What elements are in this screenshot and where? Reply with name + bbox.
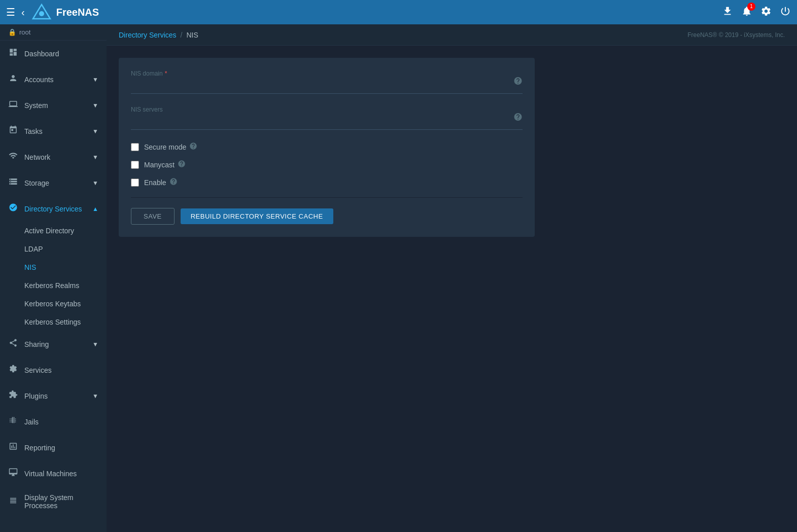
sidebar-item-system[interactable]: System ▼ (0, 92, 107, 118)
sidebar-item-label: Sharing (24, 340, 49, 348)
sidebar-item-label: Tasks (24, 127, 43, 135)
sidebar-item-label: Jails (24, 418, 39, 426)
logo-text: FreeNAS (56, 7, 99, 18)
chevron-down-icon: ▼ (92, 102, 98, 109)
active-directory-label: Active Directory (24, 227, 74, 235)
nis-label: NIS (24, 263, 36, 271)
sidebar-item-tasks[interactable]: Tasks ▼ (0, 118, 107, 144)
nis-domain-help-icon[interactable] (513, 77, 523, 87)
nis-servers-help-icon[interactable] (513, 113, 523, 123)
username: root (19, 28, 30, 36)
sidebar-subitem-active-directory[interactable]: Active Directory (0, 222, 107, 240)
nis-domain-input[interactable] (131, 78, 508, 91)
svg-point-2 (39, 11, 44, 16)
virtual-machines-icon (8, 468, 18, 479)
secure-mode-label: Secure mode (144, 142, 197, 152)
sidebar-item-label: Storage (24, 179, 49, 187)
nis-servers-label: NIS servers (131, 106, 163, 113)
kerberos-realms-label: Kerberos Realms (24, 281, 79, 290)
sidebar-item-storage[interactable]: Storage ▼ (0, 170, 107, 196)
save-button[interactable]: SAVE (131, 208, 175, 225)
sidebar-subitem-kerberos-realms[interactable]: Kerberos Realms (0, 276, 107, 295)
enable-label: Enable (144, 178, 178, 187)
lock-icon: 🔒 (8, 28, 16, 36)
nis-domain-label: NIS domain (131, 70, 163, 77)
content-area: Directory Services / NIS FreeNAS® © 2019… (107, 24, 797, 532)
manycast-help-icon[interactable] (178, 160, 186, 169)
power-icon[interactable] (780, 6, 791, 19)
secure-mode-checkbox[interactable] (131, 143, 139, 151)
download-icon[interactable] (722, 6, 733, 19)
sidebar-subitem-nis[interactable]: NIS (0, 258, 107, 276)
sidebar-item-label: Accounts (24, 76, 54, 84)
logo: FreeNAS (31, 4, 99, 21)
nis-form-card: NIS domain * NIS servers (119, 58, 535, 237)
system-icon (8, 99, 18, 111)
nis-servers-field: NIS servers (131, 106, 523, 130)
tasks-icon (8, 125, 18, 137)
chevron-down-icon: ▼ (92, 128, 98, 135)
sidebar-item-sharing[interactable]: Sharing ▼ (0, 331, 107, 357)
sidebar-item-accounts[interactable]: Accounts ▼ (0, 66, 107, 92)
sidebar-item-virtual-machines[interactable]: Virtual Machines (0, 460, 107, 486)
secure-mode-help-icon[interactable] (189, 142, 197, 152)
chevron-down-icon: ▼ (92, 180, 98, 187)
copyright-text: FreeNAS® © 2019 - iXsystems, Inc. (687, 31, 785, 39)
button-row: SAVE REBUILD DIRECTORY SERVICE CACHE (131, 208, 523, 225)
sidebar-item-label: System (24, 101, 48, 110)
manycast-row: Manycast (131, 160, 523, 169)
menu-icon[interactable]: ☰ (6, 6, 15, 18)
network-icon (8, 151, 18, 163)
sidebar-item-jails[interactable]: Jails (0, 409, 107, 435)
chevron-down-icon: ▼ (92, 393, 98, 400)
sidebar-subitem-ldap[interactable]: LDAP (0, 240, 107, 258)
sidebar-item-plugins[interactable]: Plugins ▼ (0, 383, 107, 409)
form-divider (131, 197, 523, 198)
chevron-down-icon: ▼ (92, 341, 98, 348)
sidebar-user: 🔒 root (0, 24, 107, 41)
directory-services-icon (8, 203, 18, 215)
notification-badge: 1 (747, 3, 755, 11)
enable-help-icon[interactable] (169, 178, 178, 187)
accounts-icon (8, 74, 18, 85)
sidebar-item-label: Dashboard (24, 50, 59, 58)
sidebar-item-reporting[interactable]: Reporting (0, 435, 107, 460)
sidebar-item-directory-services[interactable]: Directory Services ▲ (0, 196, 107, 222)
sidebar-item-network[interactable]: Network ▼ (0, 144, 107, 170)
jails-icon (8, 416, 18, 428)
breadcrumb-current: NIS (186, 31, 198, 39)
reporting-icon (8, 442, 18, 453)
storage-icon (8, 177, 18, 189)
back-icon[interactable]: ‹ (21, 7, 25, 18)
display-system-processes-icon (8, 496, 18, 508)
enable-row: Enable (131, 178, 523, 187)
chevron-down-icon: ▼ (92, 154, 98, 161)
sidebar-item-label: Virtual Machines (24, 470, 77, 478)
sidebar-item-services[interactable]: Services (0, 357, 107, 383)
sidebar: 🔒 root Dashboard Accounts ▼ System ▼ (0, 24, 107, 532)
notifications-icon[interactable]: 1 (741, 6, 752, 19)
sidebar-item-dashboard[interactable]: Dashboard (0, 41, 107, 66)
nis-servers-input[interactable] (131, 114, 508, 127)
sidebar-item-display-system-processes[interactable]: Display System Processes (0, 486, 107, 517)
sidebar-subitem-kerberos-settings[interactable]: Kerberos Settings (0, 313, 107, 331)
nis-domain-field: NIS domain * (131, 70, 523, 94)
freenas-logo-icon (31, 4, 52, 21)
topbar: ☰ ‹ FreeNAS 1 (0, 0, 797, 24)
sidebar-item-label: Reporting (24, 444, 55, 452)
manycast-checkbox[interactable] (131, 161, 139, 169)
sidebar-item-label: Services (24, 366, 52, 374)
breadcrumb-separator: / (181, 31, 183, 39)
dashboard-icon (8, 48, 18, 59)
rebuild-cache-button[interactable]: REBUILD DIRECTORY SERVICE CACHE (181, 208, 333, 224)
chevron-down-icon: ▼ (92, 76, 98, 83)
enable-checkbox[interactable] (131, 179, 139, 187)
required-star: * (165, 70, 167, 77)
sharing-icon (8, 338, 18, 350)
form-container: NIS domain * NIS servers (107, 46, 797, 532)
sidebar-subitem-kerberos-keytabs[interactable]: Kerberos Keytabs (0, 295, 107, 313)
sidebar-item-label: Directory Services (24, 205, 82, 213)
settings-icon[interactable] (760, 6, 772, 19)
chevron-up-icon: ▲ (92, 205, 98, 212)
breadcrumb-parent[interactable]: Directory Services (119, 31, 177, 39)
